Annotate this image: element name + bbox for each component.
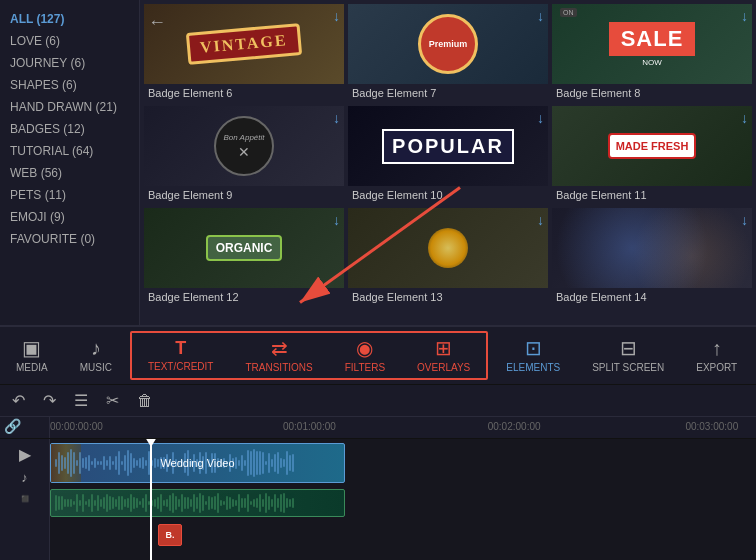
timeline-controls: ↶ ↷ ☰ ✂ 🗑 [0,385,756,417]
redo-button[interactable]: ↷ [39,389,60,412]
ruler-left-spacer: 🔗 [0,417,50,438]
filters-icon: ◉ [356,338,373,358]
toolbar-music[interactable]: ♪ MUSIC [64,327,128,384]
toolbar-text-credit[interactable]: T TEXT/CREDIT [132,333,230,378]
cut-button[interactable]: ✂ [102,389,123,412]
badge10-label: Badge Element 10 [348,186,548,204]
sidebar-item-tutorial[interactable]: TUTORIAL (64) [0,140,139,162]
undo-button[interactable]: ↶ [8,389,29,412]
timeline-tracks: ▶ ♪ ◾ Wedding Video [0,439,756,560]
vintage-badge: VINTAGE [186,23,302,65]
grid-item-badge13[interactable]: ↓ Badge Element 13 [348,208,548,306]
grid-item-badge12[interactable]: ORGANIC ↓ Badge Element 12 [144,208,344,306]
download-icon-10[interactable]: ↓ [537,110,544,126]
track-area[interactable]: Wedding Video B. [50,439,756,560]
badge13-label: Badge Element 13 [348,288,548,306]
sidebar-item-all[interactable]: ALL (127) [0,8,139,30]
toolbar-overlays[interactable]: ⊞ OVERLAYS [401,333,486,378]
sidebar-item-journey[interactable]: JOURNEY (6) [0,52,139,74]
adjust-button[interactable]: ☰ [70,389,92,412]
badge11-label: Badge Element 11 [552,186,752,204]
tick-3: 00:03:00:00 [685,421,738,432]
download-icon-6[interactable]: ↓ [333,8,340,24]
playhead[interactable] [150,439,152,560]
elements-label: ELEMENTS [506,362,560,373]
split-screen-label: SPLIT SCREEN [592,362,664,373]
elements-grid: VINTAGE ↓ Badge Element 6 Premium ↓ Badg… [140,0,756,325]
export-icon: ↑ [712,338,722,358]
link-icon: 🔗 [0,414,25,438]
sidebar-item-badges[interactable]: BADGES (12) [0,118,139,140]
overlays-icon: ⊞ [435,338,452,358]
track-badge-icon[interactable]: ◾ [15,489,35,508]
toolbar-elements[interactable]: ⊡ ELEMENTS [490,327,576,384]
sidebar-item-love[interactable]: LOVE (6) [0,30,139,52]
sidebar-item-handdrawn[interactable]: HAND DRAWN (21) [0,96,139,118]
toolbar-split-screen[interactable]: ⊟ SPLIT SCREEN [576,327,680,384]
sidebar-item-web[interactable]: WEB (56) [0,162,139,184]
tick-2: 00:02:00:00 [488,421,541,432]
export-label: EXPORT [696,362,737,373]
download-icon-14[interactable]: ↓ [741,212,748,228]
transitions-icon: ⇄ [271,338,288,358]
text-credit-label: TEXT/CREDIT [148,361,214,372]
download-icon-13[interactable]: ↓ [537,212,544,228]
sidebar-item-pets[interactable]: PETS (11) [0,184,139,206]
grid-item-badge7[interactable]: Premium ↓ Badge Element 7 [348,4,548,102]
grid-item-badge14[interactable]: ↓ Badge Element 14 [552,208,752,306]
sidebar-item-shapes[interactable]: SHAPES (6) [0,74,139,96]
video-track-label: Wedding Video [160,457,234,469]
track-audio-icon[interactable]: ♪ [19,468,30,487]
grid-item-badge9[interactable]: Bon Appétit ✕ ↓ Badge Element 9 [144,106,344,204]
grid-item-badge8[interactable]: ON SALE NOW ↓ Badge Element 8 [552,4,752,102]
download-icon-12[interactable]: ↓ [333,212,340,228]
madefresh-badge: MADE FRESH [608,133,697,159]
media-icon: ▣ [22,338,41,358]
sidebar-item-emoji[interactable]: EMOJI (9) [0,206,139,228]
text-credit-icon: T [175,339,186,357]
bonappetit-badge: Bon Appétit ✕ [214,116,274,176]
tick-0: 00:00:00:00 [50,421,103,432]
light-badge [428,228,468,268]
transitions-label: TRANSITIONS [245,362,312,373]
sidebar-item-favourite[interactable]: FAVOURITE (0) [0,228,139,250]
tick-1: 00:01:00:00 [283,421,336,432]
organic-badge: ORGANIC [206,235,283,261]
badge9-label: Badge Element 9 [144,186,344,204]
overlays-label: OVERLAYS [417,362,470,373]
delete-button[interactable]: 🗑 [133,390,157,412]
audio-track[interactable] [50,489,345,517]
premium-badge: Premium [418,14,478,74]
media-label: MEDIA [16,362,48,373]
back-button[interactable]: ← [140,8,174,37]
grid-item-badge11[interactable]: MADE FRESH ↓ Badge Element 11 [552,106,752,204]
badge8-label: Badge Element 8 [552,84,752,102]
audio-waveform [51,490,344,516]
badge-element-track[interactable]: B. [158,524,182,546]
music-icon: ♪ [91,338,101,358]
ruler-times: 00:00:00:00 00:01:00:00 00:02:00:00 00:0… [50,417,756,438]
download-icon-9[interactable]: ↓ [333,110,340,126]
toolbar-filters[interactable]: ◉ FILTERS [329,333,401,378]
grid-item-badge10[interactable]: POPULAR ↓ Badge Element 10 [348,106,548,204]
download-icon-8[interactable]: ↓ [741,8,748,24]
toolbar-media[interactable]: ▣ MEDIA [0,327,64,384]
track-video-icon[interactable]: ▶ [17,443,33,466]
toolbar-transitions[interactable]: ⇄ TRANSITIONS [229,333,328,378]
split-screen-icon: ⊟ [620,338,637,358]
badge14-label: Badge Element 14 [552,288,752,306]
badge7-label: Badge Element 7 [348,84,548,102]
timeline: ↶ ↷ ☰ ✂ 🗑 🔗 00:00:00:00 00:01:00:00 00:0… [0,385,756,560]
badge12-label: Badge Element 12 [144,288,344,306]
grid-item-badge6[interactable]: VINTAGE ↓ Badge Element 6 [144,4,344,102]
sale-badge: SALE [609,22,696,56]
bokeh-badge [552,208,752,288]
download-icon-11[interactable]: ↓ [741,110,748,126]
filters-label: FILTERS [345,362,385,373]
main-toolbar: ▣ MEDIA ♪ MUSIC T TEXT/CREDIT ⇄ TRANSITI… [0,325,756,385]
video-track[interactable]: Wedding Video [50,443,345,483]
music-label: MUSIC [80,362,112,373]
download-icon-7[interactable]: ↓ [537,8,544,24]
track-icons: ▶ ♪ ◾ [0,439,50,560]
toolbar-export[interactable]: ↑ EXPORT [680,327,753,384]
